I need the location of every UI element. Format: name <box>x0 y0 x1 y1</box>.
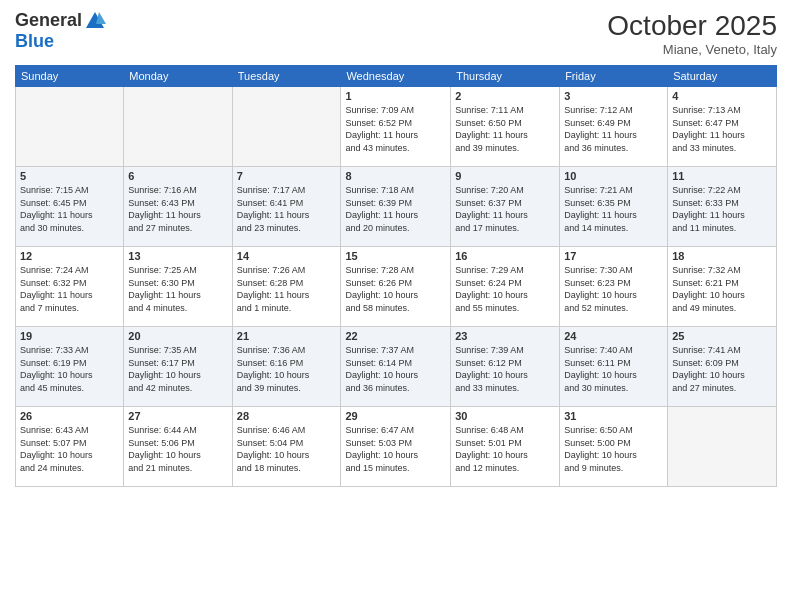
calendar-cell: 21Sunrise: 7:36 AMSunset: 6:16 PMDayligh… <box>232 327 341 407</box>
calendar-cell <box>124 87 232 167</box>
day-number: 21 <box>237 330 337 342</box>
day-info: Sunrise: 7:33 AMSunset: 6:19 PMDaylight:… <box>20 344 119 394</box>
calendar-cell: 12Sunrise: 7:24 AMSunset: 6:32 PMDayligh… <box>16 247 124 327</box>
day-number: 11 <box>672 170 772 182</box>
calendar-cell: 20Sunrise: 7:35 AMSunset: 6:17 PMDayligh… <box>124 327 232 407</box>
logo: General Blue <box>15 10 106 52</box>
day-number: 19 <box>20 330 119 342</box>
day-number: 28 <box>237 410 337 422</box>
calendar-cell: 4Sunrise: 7:13 AMSunset: 6:47 PMDaylight… <box>668 87 777 167</box>
calendar-cell: 16Sunrise: 7:29 AMSunset: 6:24 PMDayligh… <box>451 247 560 327</box>
day-number: 4 <box>672 90 772 102</box>
calendar-cell: 14Sunrise: 7:26 AMSunset: 6:28 PMDayligh… <box>232 247 341 327</box>
day-info: Sunrise: 7:28 AMSunset: 6:26 PMDaylight:… <box>345 264 446 314</box>
day-number: 20 <box>128 330 227 342</box>
title-block: October 2025 Miane, Veneto, Italy <box>607 10 777 57</box>
calendar-cell: 18Sunrise: 7:32 AMSunset: 6:21 PMDayligh… <box>668 247 777 327</box>
day-info: Sunrise: 7:26 AMSunset: 6:28 PMDaylight:… <box>237 264 337 314</box>
day-info: Sunrise: 7:09 AMSunset: 6:52 PMDaylight:… <box>345 104 446 154</box>
day-number: 5 <box>20 170 119 182</box>
day-info: Sunrise: 6:50 AMSunset: 5:00 PMDaylight:… <box>564 424 663 474</box>
day-info: Sunrise: 7:21 AMSunset: 6:35 PMDaylight:… <box>564 184 663 234</box>
logo-icon <box>84 10 106 32</box>
day-info: Sunrise: 7:17 AMSunset: 6:41 PMDaylight:… <box>237 184 337 234</box>
calendar-cell: 24Sunrise: 7:40 AMSunset: 6:11 PMDayligh… <box>560 327 668 407</box>
day-number: 16 <box>455 250 555 262</box>
day-number: 10 <box>564 170 663 182</box>
calendar-cell: 25Sunrise: 7:41 AMSunset: 6:09 PMDayligh… <box>668 327 777 407</box>
calendar-week-row: 19Sunrise: 7:33 AMSunset: 6:19 PMDayligh… <box>16 327 777 407</box>
calendar-cell: 27Sunrise: 6:44 AMSunset: 5:06 PMDayligh… <box>124 407 232 487</box>
calendar-cell: 6Sunrise: 7:16 AMSunset: 6:43 PMDaylight… <box>124 167 232 247</box>
calendar-cell: 13Sunrise: 7:25 AMSunset: 6:30 PMDayligh… <box>124 247 232 327</box>
calendar-cell <box>232 87 341 167</box>
day-info: Sunrise: 7:15 AMSunset: 6:45 PMDaylight:… <box>20 184 119 234</box>
day-number: 9 <box>455 170 555 182</box>
day-info: Sunrise: 7:12 AMSunset: 6:49 PMDaylight:… <box>564 104 663 154</box>
day-info: Sunrise: 7:32 AMSunset: 6:21 PMDaylight:… <box>672 264 772 314</box>
day-info: Sunrise: 7:40 AMSunset: 6:11 PMDaylight:… <box>564 344 663 394</box>
day-number: 15 <box>345 250 446 262</box>
day-info: Sunrise: 7:22 AMSunset: 6:33 PMDaylight:… <box>672 184 772 234</box>
day-number: 26 <box>20 410 119 422</box>
day-info: Sunrise: 7:11 AMSunset: 6:50 PMDaylight:… <box>455 104 555 154</box>
calendar-cell: 5Sunrise: 7:15 AMSunset: 6:45 PMDaylight… <box>16 167 124 247</box>
day-info: Sunrise: 6:48 AMSunset: 5:01 PMDaylight:… <box>455 424 555 474</box>
header-monday: Monday <box>124 66 232 87</box>
day-number: 31 <box>564 410 663 422</box>
day-info: Sunrise: 7:35 AMSunset: 6:17 PMDaylight:… <box>128 344 227 394</box>
calendar-cell: 8Sunrise: 7:18 AMSunset: 6:39 PMDaylight… <box>341 167 451 247</box>
day-info: Sunrise: 7:18 AMSunset: 6:39 PMDaylight:… <box>345 184 446 234</box>
header-friday: Friday <box>560 66 668 87</box>
day-number: 3 <box>564 90 663 102</box>
day-number: 14 <box>237 250 337 262</box>
day-info: Sunrise: 7:41 AMSunset: 6:09 PMDaylight:… <box>672 344 772 394</box>
calendar-cell <box>668 407 777 487</box>
calendar-cell: 23Sunrise: 7:39 AMSunset: 6:12 PMDayligh… <box>451 327 560 407</box>
day-number: 27 <box>128 410 227 422</box>
header-thursday: Thursday <box>451 66 560 87</box>
day-number: 24 <box>564 330 663 342</box>
calendar-cell: 28Sunrise: 6:46 AMSunset: 5:04 PMDayligh… <box>232 407 341 487</box>
day-info: Sunrise: 7:25 AMSunset: 6:30 PMDaylight:… <box>128 264 227 314</box>
day-info: Sunrise: 7:29 AMSunset: 6:24 PMDaylight:… <box>455 264 555 314</box>
calendar-cell: 19Sunrise: 7:33 AMSunset: 6:19 PMDayligh… <box>16 327 124 407</box>
day-number: 6 <box>128 170 227 182</box>
calendar-cell: 2Sunrise: 7:11 AMSunset: 6:50 PMDaylight… <box>451 87 560 167</box>
day-info: Sunrise: 7:20 AMSunset: 6:37 PMDaylight:… <box>455 184 555 234</box>
day-number: 17 <box>564 250 663 262</box>
day-info: Sunrise: 7:13 AMSunset: 6:47 PMDaylight:… <box>672 104 772 154</box>
day-info: Sunrise: 7:16 AMSunset: 6:43 PMDaylight:… <box>128 184 227 234</box>
day-number: 12 <box>20 250 119 262</box>
calendar-cell: 9Sunrise: 7:20 AMSunset: 6:37 PMDaylight… <box>451 167 560 247</box>
header-tuesday: Tuesday <box>232 66 341 87</box>
calendar-header-row: Sunday Monday Tuesday Wednesday Thursday… <box>16 66 777 87</box>
day-number: 29 <box>345 410 446 422</box>
calendar-week-row: 1Sunrise: 7:09 AMSunset: 6:52 PMDaylight… <box>16 87 777 167</box>
day-number: 25 <box>672 330 772 342</box>
calendar-cell <box>16 87 124 167</box>
calendar-week-row: 5Sunrise: 7:15 AMSunset: 6:45 PMDaylight… <box>16 167 777 247</box>
calendar-cell: 26Sunrise: 6:43 AMSunset: 5:07 PMDayligh… <box>16 407 124 487</box>
calendar-cell: 10Sunrise: 7:21 AMSunset: 6:35 PMDayligh… <box>560 167 668 247</box>
calendar-cell: 29Sunrise: 6:47 AMSunset: 5:03 PMDayligh… <box>341 407 451 487</box>
calendar-cell: 31Sunrise: 6:50 AMSunset: 5:00 PMDayligh… <box>560 407 668 487</box>
day-number: 23 <box>455 330 555 342</box>
header-wednesday: Wednesday <box>341 66 451 87</box>
day-info: Sunrise: 7:37 AMSunset: 6:14 PMDaylight:… <box>345 344 446 394</box>
day-info: Sunrise: 6:47 AMSunset: 5:03 PMDaylight:… <box>345 424 446 474</box>
calendar-cell: 30Sunrise: 6:48 AMSunset: 5:01 PMDayligh… <box>451 407 560 487</box>
calendar-cell: 15Sunrise: 7:28 AMSunset: 6:26 PMDayligh… <box>341 247 451 327</box>
calendar-cell: 22Sunrise: 7:37 AMSunset: 6:14 PMDayligh… <box>341 327 451 407</box>
logo-blue: Blue <box>15 32 106 52</box>
header-saturday: Saturday <box>668 66 777 87</box>
header-sunday: Sunday <box>16 66 124 87</box>
day-info: Sunrise: 7:39 AMSunset: 6:12 PMDaylight:… <box>455 344 555 394</box>
calendar-cell: 7Sunrise: 7:17 AMSunset: 6:41 PMDaylight… <box>232 167 341 247</box>
calendar-week-row: 26Sunrise: 6:43 AMSunset: 5:07 PMDayligh… <box>16 407 777 487</box>
day-number: 7 <box>237 170 337 182</box>
day-number: 1 <box>345 90 446 102</box>
day-number: 8 <box>345 170 446 182</box>
day-number: 30 <box>455 410 555 422</box>
calendar-week-row: 12Sunrise: 7:24 AMSunset: 6:32 PMDayligh… <box>16 247 777 327</box>
